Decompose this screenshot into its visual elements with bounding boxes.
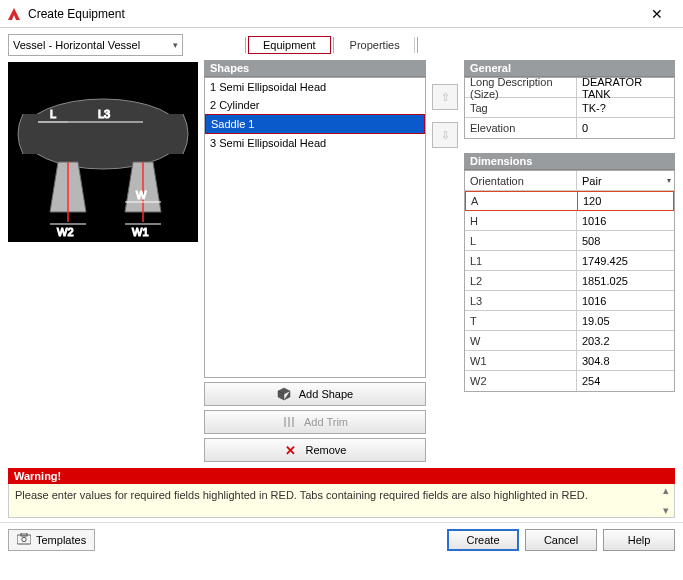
chevron-down-icon: ▾	[667, 176, 671, 185]
dim-value[interactable]: Pair▾	[577, 171, 674, 190]
shape-row[interactable]: 3 Semi Ellipsoidal Head	[205, 134, 425, 152]
general-value[interactable]: TK-?	[577, 98, 674, 117]
app-icon	[6, 6, 22, 22]
remove-icon: ✕	[284, 443, 298, 457]
svg-rect-1	[23, 114, 183, 154]
divider	[245, 37, 246, 53]
dim-key: W1	[465, 351, 577, 370]
equipment-type-dropdown[interactable]: Vessel - Horizontal Vessel ▾	[8, 34, 183, 56]
shapes-list: 1 Semi Ellipsoidal Head 2 Cylinder Saddl…	[204, 77, 426, 378]
dim-value[interactable]: 254	[577, 371, 674, 391]
close-icon[interactable]: ✕	[637, 2, 677, 26]
preview-image: L L3 W W1 W2	[8, 62, 198, 242]
dim-key: L2	[465, 271, 577, 290]
dim-value[interactable]: 203.2	[577, 331, 674, 350]
titlebar: Create Equipment ✕	[0, 0, 683, 28]
general-key: Long Description (Size)	[465, 78, 577, 97]
general-header: General	[464, 60, 675, 77]
tab-bar: Equipment Properties	[243, 36, 420, 54]
general-value[interactable]: DEARATOR TANK	[577, 78, 674, 97]
scroll-up-icon[interactable]: ▴	[663, 484, 669, 497]
dim-key: T	[465, 311, 577, 330]
general-table: Long Description (Size)DEARATOR TANK Tag…	[464, 77, 675, 139]
move-up-button[interactable]: ⇧	[432, 84, 458, 110]
tab-properties[interactable]: Properties	[336, 37, 415, 53]
arrow-up-icon: ⇧	[441, 91, 450, 104]
dim-value[interactable]: 1016	[577, 211, 674, 230]
dim-key: L1	[465, 251, 577, 270]
svg-point-18	[22, 537, 26, 541]
dim-key: Orientation	[465, 171, 577, 190]
general-key: Elevation	[465, 118, 577, 138]
dimensions-header: Dimensions	[464, 153, 675, 170]
remove-button[interactable]: ✕ Remove	[204, 438, 426, 462]
templates-button[interactable]: Templates	[8, 529, 95, 551]
warning-header: Warning!	[8, 468, 675, 484]
dim-value[interactable]: 1016	[577, 291, 674, 310]
dim-value[interactable]: 120	[578, 192, 673, 210]
add-shape-button[interactable]: Add Shape	[204, 382, 426, 406]
svg-text:L: L	[50, 108, 56, 120]
arrow-down-icon: ⇩	[441, 129, 450, 142]
dim-value[interactable]: 19.05	[577, 311, 674, 330]
scroll-down-icon[interactable]: ▾	[663, 504, 669, 517]
cube-icon	[277, 387, 291, 401]
warning-body: Please enter values for required fields …	[8, 484, 675, 518]
shape-row[interactable]: 2 Cylinder	[205, 96, 425, 114]
add-trim-button: Add Trim	[204, 410, 426, 434]
cancel-button[interactable]: Cancel	[525, 529, 597, 551]
dim-key: H	[465, 211, 577, 230]
create-button[interactable]: Create	[447, 529, 519, 551]
divider	[333, 37, 334, 53]
general-value[interactable]: 0	[577, 118, 674, 138]
svg-text:W1: W1	[132, 226, 149, 238]
svg-text:W2: W2	[57, 226, 74, 238]
trim-icon	[282, 415, 296, 429]
dim-value[interactable]: 1851.025	[577, 271, 674, 290]
shape-row[interactable]: 1 Semi Ellipsoidal Head	[205, 78, 425, 96]
dimensions-table: OrientationPair▾ A120 H1016 L508 L11749.…	[464, 170, 675, 392]
svg-text:W: W	[136, 189, 147, 201]
camera-icon	[17, 533, 31, 547]
dim-key: W	[465, 331, 577, 350]
chevron-down-icon: ▾	[173, 40, 178, 50]
general-key: Tag	[465, 98, 577, 117]
dim-key: A	[466, 192, 578, 210]
dim-value[interactable]: 1749.425	[577, 251, 674, 270]
dim-key: L	[465, 231, 577, 250]
shapes-header: Shapes	[204, 60, 426, 77]
dim-value[interactable]: 508	[577, 231, 674, 250]
dim-key: L3	[465, 291, 577, 310]
dim-key: W2	[465, 371, 577, 391]
move-down-button[interactable]: ⇩	[432, 122, 458, 148]
equipment-type-value: Vessel - Horizontal Vessel	[13, 39, 140, 51]
dialog-title: Create Equipment	[28, 7, 637, 21]
dim-value[interactable]: 304.8	[577, 351, 674, 370]
tab-equipment[interactable]: Equipment	[248, 36, 331, 54]
shape-row[interactable]: Saddle 1	[205, 114, 425, 134]
divider	[417, 37, 418, 53]
svg-text:L3: L3	[98, 108, 110, 120]
help-button[interactable]: Help	[603, 529, 675, 551]
warning-panel: Warning! Please enter values for require…	[8, 468, 675, 518]
